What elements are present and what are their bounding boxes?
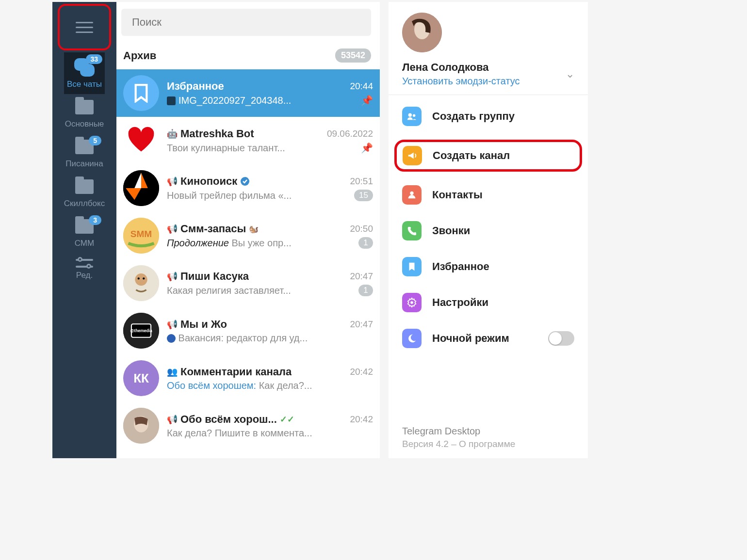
avatar: SMM (123, 218, 159, 254)
svg-text:SMM: SMM (130, 229, 152, 239)
sidebar-tab[interactable]: Скиллбокс (64, 174, 105, 213)
tab-badge: 3 (89, 215, 101, 225)
svg-point-16 (413, 114, 416, 117)
menu-item[interactable]: Избранное (397, 254, 579, 279)
menu-label: Ночной режим (432, 332, 509, 345)
chat-time: 20:51 (350, 176, 373, 187)
chat-time: 09.06.2022 (327, 128, 373, 139)
svg-point-6 (138, 277, 140, 279)
archive-count: 53542 (335, 48, 371, 63)
app-footer: Telegram Desktop Версия 4.2 – О программ… (389, 419, 588, 458)
channel-icon: 📢 (167, 271, 178, 282)
chat-row[interactable]: 🤖 Matreshka Bot 09.06.2022Твои кулинарны… (116, 117, 380, 164)
unread-badge: 1 (358, 285, 373, 296)
menu-item[interactable]: Настройки (397, 290, 579, 315)
tab-badge: 33 (86, 54, 102, 64)
search-input[interactable] (121, 9, 371, 36)
menu-label: Избранное (432, 260, 489, 273)
chat-row[interactable]: SMM📢 Смм-запасы🐿️ 20:50Продолжение Вы уж… (116, 212, 380, 259)
main-menu-button[interactable] (58, 4, 111, 50)
chat-preview: Твои кулинарные талант... (167, 143, 357, 154)
menu-item[interactable]: Создать группу (397, 104, 579, 129)
chat-preview: Какая религия заставляет... (167, 285, 355, 296)
app-version[interactable]: Версия 4.2 – О программе (402, 439, 574, 449)
chat-preview: Продолжение Вы уже опр... (167, 238, 355, 249)
sidebar-tab[interactable]: Ред. (64, 253, 105, 285)
gear-icon (402, 293, 422, 312)
svg-point-15 (408, 113, 412, 117)
tab-label: Скиллбокс (64, 199, 105, 208)
menu-item[interactable]: Создать канал (394, 140, 582, 172)
chat-row[interactable]: @themedia📢 Мы и Жо 20:47 Вакансия: редак… (116, 307, 380, 354)
sidebar-tab[interactable]: 3СММ (64, 213, 105, 253)
chat-name: Обо всём хорош... (180, 413, 277, 426)
emoji-circle (167, 334, 176, 343)
chat-name: Избранное (167, 80, 224, 93)
chat-name: Мы и Жо (180, 318, 227, 331)
read-checks-icon: ✓✓ (280, 414, 294, 425)
megaphone-icon (403, 146, 422, 165)
folders-sidebar: 33Все чатыОсновные5ПисанинаСкиллбокс3СММ… (52, 2, 116, 458)
group-icon (402, 107, 422, 126)
menu-item[interactable]: Контакты (397, 182, 579, 208)
avatar (123, 408, 159, 444)
chat-time: 20:42 (350, 414, 373, 425)
folder-icon (75, 179, 94, 194)
menu-label: Создать канал (433, 149, 510, 162)
night-mode-toggle[interactable] (548, 331, 574, 346)
channel-icon: 📢 (167, 319, 178, 330)
svg-point-5 (135, 273, 147, 286)
tab-label: Писанина (65, 159, 103, 169)
chat-list-panel: Архив 53542 Избранное 20:44IMG_20220927_… (116, 2, 380, 458)
chat-time: 20:47 (350, 271, 373, 282)
emoji-status-link[interactable]: Установить эмодзи-статус (402, 76, 520, 87)
emoji: 🐿️ (249, 224, 259, 234)
hamburger-icon (76, 22, 93, 33)
svg-point-7 (143, 277, 145, 279)
chevron-down-icon[interactable]: ⌄ (566, 68, 574, 80)
tab-label: Основные (65, 119, 104, 129)
unread-badge: 15 (354, 190, 373, 201)
menu-item[interactable]: Ночной режим (397, 326, 579, 351)
sidebar-tab[interactable]: 5Писанина (64, 134, 105, 174)
svg-point-17 (410, 192, 413, 195)
sidebar-tab[interactable]: 33Все чаты (64, 52, 105, 94)
tab-label: СММ (75, 239, 94, 248)
folder-icon (75, 100, 94, 114)
chat-row[interactable]: 📢 Пиши Касука 20:47Какая религия заставл… (116, 259, 380, 307)
channel-icon: 📢 (167, 176, 178, 187)
app-name: Telegram Desktop (402, 426, 574, 437)
archive-row[interactable]: Архив 53542 (116, 43, 380, 69)
moon-icon (402, 329, 422, 348)
chat-row[interactable]: 📢 Кинопоиск 20:51Новый трейлер фильма «.… (116, 164, 380, 212)
profile-avatar (402, 13, 442, 52)
menu-label: Звонки (432, 224, 470, 237)
chat-row[interactable]: 📢 Обо всём хорош... ✓✓20:42Как дела? Пиш… (116, 402, 380, 449)
sidebar-tab[interactable]: Основные (64, 94, 105, 134)
channel-icon: 📢 (167, 224, 178, 234)
menu-label: Настройки (432, 296, 488, 309)
svg-text:@themedia: @themedia (130, 328, 152, 333)
chat-time: 20:42 (350, 367, 373, 377)
menu-item[interactable]: Звонки (397, 218, 579, 243)
bookmark-icon (402, 257, 422, 276)
avatar (123, 123, 159, 159)
profile-block[interactable]: Лена Солодкова Установить эмодзи-статус … (389, 2, 588, 95)
person-icon (402, 185, 422, 205)
avatar (123, 75, 159, 111)
chat-name: Комментарии канала (180, 366, 292, 378)
avatar: @themedia (123, 313, 159, 349)
chat-time: 20:44 (350, 81, 373, 92)
thumbnail-icon (167, 96, 176, 105)
chat-row[interactable]: КК👥 Комментарии канала 20:42Обо всём хор… (116, 354, 380, 402)
phone-icon (402, 221, 422, 240)
sliders-icon (76, 259, 93, 268)
chat-preview: Вакансия: редактор для уд... (167, 333, 373, 344)
chat-name: Пиши Касука (180, 270, 249, 283)
chat-name: Смм-запасы (180, 223, 246, 235)
tab-badge: 5 (89, 136, 101, 145)
verified-icon (240, 176, 250, 186)
main-menu-panel: Лена Солодкова Установить эмодзи-статус … (389, 2, 588, 458)
chat-row[interactable]: Избранное 20:44IMG_20220927_204348...📌 (116, 69, 380, 117)
pin-icon: 📌 (361, 95, 373, 106)
